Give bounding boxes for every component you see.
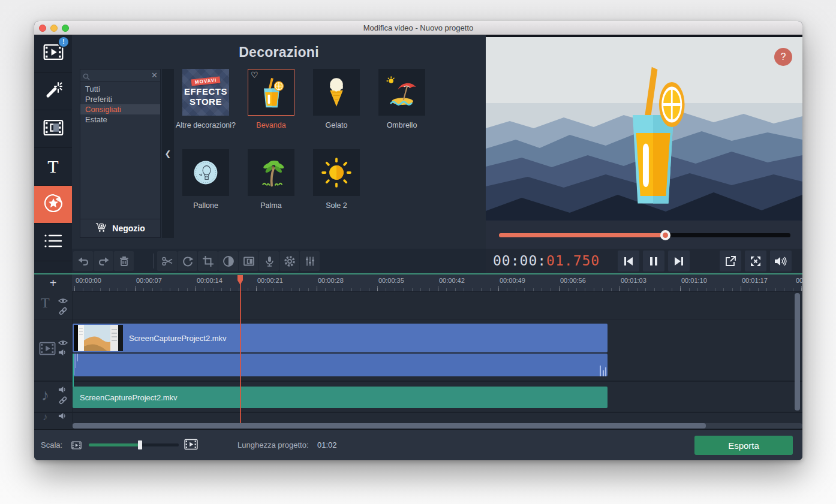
- store-button-label: Negozio: [112, 224, 145, 233]
- tile-sole-2[interactable]: [313, 149, 360, 196]
- favorite-heart-icon[interactable]: ♡: [251, 70, 258, 80]
- help-button[interactable]: ?: [774, 48, 792, 66]
- cart-icon: [95, 222, 107, 234]
- pause-button[interactable]: [643, 251, 664, 271]
- pop-out-icon: [724, 255, 736, 267]
- tile-gelato[interactable]: [313, 69, 360, 116]
- export-button[interactable]: Esporta: [694, 436, 793, 455]
- chevron-left-icon: ❮: [165, 149, 172, 158]
- store-line-2: STORE: [190, 97, 222, 107]
- video-track-mute-icon[interactable]: [58, 349, 67, 357]
- detach-player-button[interactable]: [720, 251, 741, 271]
- ruler-label: 00:01:03: [621, 277, 646, 284]
- title-track-link-icon[interactable]: [58, 306, 68, 316]
- add-track-button[interactable]: +: [34, 274, 72, 292]
- waveform-spike: [605, 367, 606, 376]
- video-clip[interactable]: ScreenCaptureProject2.mkv: [73, 324, 608, 352]
- split-button[interactable]: [157, 251, 177, 271]
- timeline-zoom-slider[interactable]: [89, 443, 179, 446]
- category-preferiti[interactable]: Preferiti: [80, 94, 160, 104]
- clip-thumbnail: [74, 325, 123, 351]
- clear-search-icon[interactable]: ✕: [151, 71, 158, 80]
- tile-caption-pallone: Pallone: [173, 201, 239, 211]
- timecode-display: 00:00:01.750: [493, 253, 600, 268]
- preview-pane: ?: [486, 35, 802, 249]
- zoom-out-film-icon[interactable]: [71, 441, 82, 449]
- waveform-spike: [76, 354, 76, 368]
- previous-frame-button[interactable]: [618, 251, 639, 271]
- next-frame-button[interactable]: [668, 251, 690, 271]
- category-consigliati[interactable]: Consigliati: [80, 104, 160, 114]
- audio-levels-button[interactable]: [300, 251, 320, 271]
- title-track-visibility-icon[interactable]: [58, 297, 68, 304]
- volume-icon: [774, 256, 787, 267]
- video-track-visibility-icon[interactable]: [58, 339, 68, 346]
- seek-handle[interactable]: [660, 230, 670, 240]
- sidebar-item-more-tools[interactable]: [34, 224, 72, 261]
- toolbar-divider: [153, 253, 154, 268]
- sidebar-item-media[interactable]: !: [34, 35, 72, 73]
- scissors-icon: [161, 255, 173, 267]
- search-input[interactable]: [92, 70, 146, 81]
- category-estate[interactable]: Estate: [80, 114, 160, 125]
- delete-button[interactable]: [114, 251, 134, 271]
- ruler-label: 00:00:21: [257, 277, 283, 284]
- horizontal-scrollbar-thumb[interactable]: [73, 423, 706, 428]
- ruler-label: 00:00:49: [500, 277, 525, 284]
- transition-button[interactable]: [239, 251, 258, 271]
- tile-ombrello[interactable]: [378, 69, 425, 116]
- audio-clip[interactable]: ScreenCaptureProject2.mkv: [73, 387, 608, 408]
- video-clip-waveform[interactable]: [73, 354, 608, 376]
- undo-button[interactable]: [73, 251, 93, 271]
- beach-umbrella-icon: [386, 76, 418, 108]
- ruler-label: 00:00:35: [378, 277, 404, 284]
- redo-button[interactable]: [94, 251, 113, 271]
- row-separator: [34, 381, 802, 382]
- extra-track-icon: ♪: [43, 411, 48, 423]
- tile-pallone[interactable]: [182, 149, 229, 196]
- rotate-button[interactable]: [178, 251, 197, 271]
- seek-bar[interactable]: [499, 233, 790, 237]
- audio-track-mute-icon[interactable]: [58, 386, 67, 394]
- effects-store-tile[interactable]: MOVAVI EFFECTS STORE: [182, 69, 229, 116]
- video-viewport[interactable]: ?: [486, 37, 802, 221]
- sidebar-item-stickers[interactable]: [34, 186, 72, 224]
- vertical-scrollbar-thumb[interactable]: [795, 293, 800, 411]
- store-button[interactable]: Negozio: [80, 219, 160, 237]
- tile-palma[interactable]: [248, 149, 294, 196]
- timeline-ruler[interactable]: 00:00:00 00:00:07 00:00:14 00:00:21 00:0…: [72, 274, 802, 292]
- pause-icon: [649, 256, 658, 266]
- title-track-icon: T: [41, 295, 50, 311]
- volume-button[interactable]: [770, 251, 792, 271]
- extra-track-mute-icon[interactable]: [58, 412, 67, 420]
- crop-button[interactable]: [198, 251, 218, 271]
- category-tutti[interactable]: Tutti: [80, 84, 160, 94]
- clip-properties-button[interactable]: [279, 251, 299, 271]
- record-voice-button[interactable]: [259, 251, 279, 271]
- sidebar-item-titles[interactable]: T: [34, 148, 72, 186]
- fullscreen-button[interactable]: [745, 251, 766, 271]
- sidebar-item-filters[interactable]: [34, 73, 72, 110]
- video-clip-name: ScreenCaptureProject2.mkv: [129, 334, 227, 343]
- collapse-panel-strip[interactable]: ❮: [162, 69, 174, 238]
- timeline-zoom-handle[interactable]: [138, 440, 142, 449]
- color-adjustments-button[interactable]: [218, 251, 238, 271]
- ruler-label: 00:00:14: [197, 277, 222, 284]
- timecode-fraction: 01.750: [546, 253, 600, 268]
- drink-sticker-overlay[interactable]: [611, 61, 696, 211]
- horizontal-scrollbar[interactable]: [73, 423, 802, 428]
- timeline-zoom-fill: [89, 443, 140, 446]
- sidebar-item-transitions[interactable]: [34, 110, 72, 148]
- notification-badge: !: [59, 37, 68, 47]
- zoom-in-film-icon[interactable]: [184, 439, 198, 450]
- fullscreen-icon: [750, 255, 762, 267]
- tile-caption-bevanda: Bevanda: [238, 121, 304, 131]
- drink-icon: [255, 77, 288, 109]
- ruler-label: 00:00:00: [76, 277, 101, 284]
- timecode-main: 00:00:: [493, 253, 546, 268]
- ruler-label: 00:01:17: [742, 277, 768, 284]
- undo-icon: [77, 255, 89, 267]
- tile-caption-ombrello: Ombrello: [369, 121, 435, 131]
- tile-bevanda[interactable]: ♡: [248, 69, 294, 116]
- audio-track-link-icon[interactable]: [58, 395, 68, 406]
